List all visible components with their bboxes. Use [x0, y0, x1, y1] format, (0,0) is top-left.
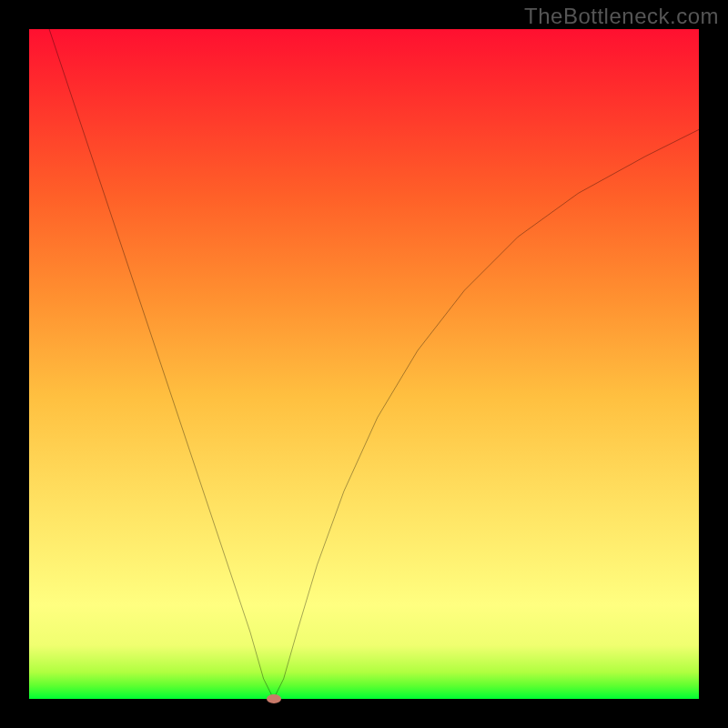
chart-frame: TheBottleneck.com [0, 0, 728, 728]
plot-area [29, 29, 699, 699]
bottleneck-curve [29, 29, 699, 699]
minimum-marker [267, 694, 281, 703]
watermark-label: TheBottleneck.com [524, 4, 719, 29]
